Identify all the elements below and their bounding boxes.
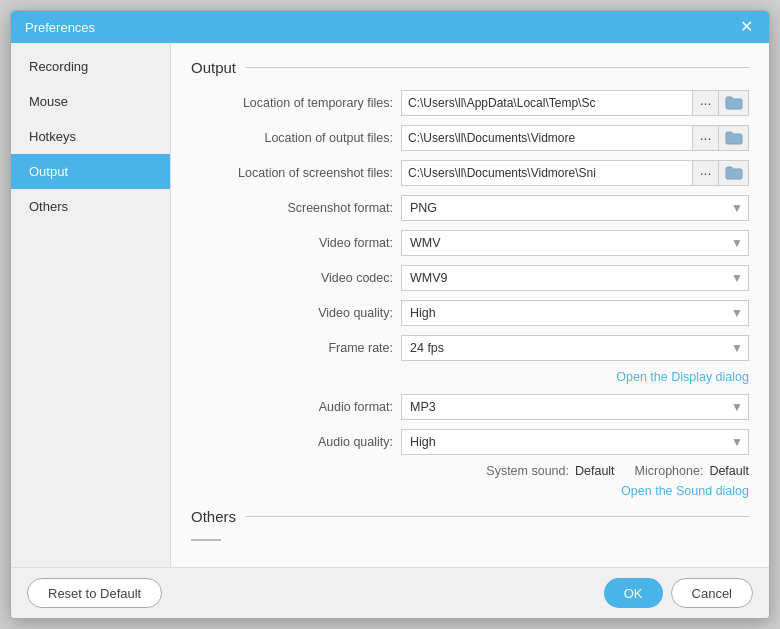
preferences-dialog: Preferences ✕ Recording Mouse Hotkeys Ou…: [10, 10, 770, 619]
audio-quality-label: Audio quality:: [191, 435, 401, 449]
audio-format-label: Audio format:: [191, 400, 401, 414]
screenshot-files-dots-button[interactable]: ···: [693, 160, 719, 186]
microphone-label: Microphone:: [635, 464, 704, 478]
audio-quality-row: Audio quality: High Medium Low ▼: [191, 429, 749, 455]
temp-files-folder-button[interactable]: [719, 90, 749, 116]
sidebar: Recording Mouse Hotkeys Output Others: [11, 43, 171, 567]
output-files-folder-button[interactable]: [719, 125, 749, 151]
screenshot-format-wrapper: PNG JPG BMP ▼: [401, 195, 749, 221]
output-files-dots-button[interactable]: ···: [693, 125, 719, 151]
ok-button[interactable]: OK: [604, 578, 663, 608]
audio-quality-wrapper: High Medium Low ▼: [401, 429, 749, 455]
video-codec-label: Video codec:: [191, 271, 401, 285]
sidebar-item-others[interactable]: Others: [11, 189, 170, 224]
frame-rate-label: Frame rate:: [191, 341, 401, 355]
video-format-label: Video format:: [191, 236, 401, 250]
audio-format-row: Audio format: MP3 AAC WMA FLAC ▼: [191, 394, 749, 420]
screenshot-format-row: Screenshot format: PNG JPG BMP ▼: [191, 195, 749, 221]
main-content: Output Location of temporary files: ··· …: [171, 43, 769, 567]
video-format-select[interactable]: WMV MP4 AVI MOV: [401, 230, 749, 256]
video-quality-label: Video quality:: [191, 306, 401, 320]
title-bar: Preferences ✕: [11, 11, 769, 43]
audio-quality-select[interactable]: High Medium Low: [401, 429, 749, 455]
audio-format-wrapper: MP3 AAC WMA FLAC ▼: [401, 394, 749, 420]
system-sound-info: System sound: Default: [486, 464, 614, 478]
frame-rate-wrapper: 24 fps 30 fps 60 fps ▼: [401, 335, 749, 361]
screenshot-format-label: Screenshot format:: [191, 201, 401, 215]
video-quality-select[interactable]: High Medium Low: [401, 300, 749, 326]
others-section-title: Others: [191, 508, 749, 525]
system-sound-value: Default: [575, 464, 615, 478]
sidebar-item-recording[interactable]: Recording: [11, 49, 170, 84]
sidebar-item-mouse[interactable]: Mouse: [11, 84, 170, 119]
reset-to-default-button[interactable]: Reset to Default: [27, 578, 162, 608]
screenshot-files-label: Location of screenshot files:: [191, 166, 401, 180]
temp-files-dots-button[interactable]: ···: [693, 90, 719, 116]
video-codec-row: Video codec: WMV9 H264 MPEG-4 ▼: [191, 265, 749, 291]
screenshot-files-row: Location of screenshot files: ···: [191, 160, 749, 186]
system-sound-label: System sound:: [486, 464, 569, 478]
screenshot-files-folder-button[interactable]: [719, 160, 749, 186]
others-section: Others: [191, 508, 749, 541]
output-files-input[interactable]: [401, 125, 693, 151]
folder-icon: [725, 131, 743, 145]
display-dialog-link-row: Open the Display dialog: [191, 370, 749, 384]
screenshot-format-select[interactable]: PNG JPG BMP: [401, 195, 749, 221]
output-section-title: Output: [191, 59, 749, 76]
open-sound-dialog-link[interactable]: Open the Sound dialog: [621, 484, 749, 498]
microphone-value: Default: [709, 464, 749, 478]
dialog-body: Recording Mouse Hotkeys Output Others Ou…: [11, 43, 769, 567]
footer-right-buttons: OK Cancel: [604, 578, 753, 608]
sidebar-item-output[interactable]: Output: [11, 154, 170, 189]
system-sound-row: System sound: Default Microphone: Defaul…: [191, 464, 749, 478]
open-display-dialog-link[interactable]: Open the Display dialog: [616, 370, 749, 384]
video-codec-select[interactable]: WMV9 H264 MPEG-4: [401, 265, 749, 291]
video-format-row: Video format: WMV MP4 AVI MOV ▼: [191, 230, 749, 256]
dialog-title: Preferences: [25, 20, 95, 35]
temp-files-label: Location of temporary files:: [191, 96, 401, 110]
sound-dialog-link-row: Open the Sound dialog: [191, 484, 749, 498]
folder-icon: [725, 96, 743, 110]
audio-format-select[interactable]: MP3 AAC WMA FLAC: [401, 394, 749, 420]
frame-rate-select[interactable]: 24 fps 30 fps 60 fps: [401, 335, 749, 361]
microphone-info: Microphone: Default: [635, 464, 749, 478]
output-files-label: Location of output files:: [191, 131, 401, 145]
folder-icon: [725, 166, 743, 180]
cancel-button[interactable]: Cancel: [671, 578, 753, 608]
sidebar-item-hotkeys[interactable]: Hotkeys: [11, 119, 170, 154]
temp-files-input[interactable]: [401, 90, 693, 116]
temp-files-row: Location of temporary files: ···: [191, 90, 749, 116]
video-codec-wrapper: WMV9 H264 MPEG-4 ▼: [401, 265, 749, 291]
output-files-row: Location of output files: ···: [191, 125, 749, 151]
others-divider: [191, 539, 221, 541]
close-button[interactable]: ✕: [738, 19, 755, 35]
frame-rate-row: Frame rate: 24 fps 30 fps 60 fps ▼: [191, 335, 749, 361]
dialog-footer: Reset to Default OK Cancel: [11, 567, 769, 618]
screenshot-files-input[interactable]: [401, 160, 693, 186]
video-quality-wrapper: High Medium Low ▼: [401, 300, 749, 326]
video-quality-row: Video quality: High Medium Low ▼: [191, 300, 749, 326]
video-format-wrapper: WMV MP4 AVI MOV ▼: [401, 230, 749, 256]
